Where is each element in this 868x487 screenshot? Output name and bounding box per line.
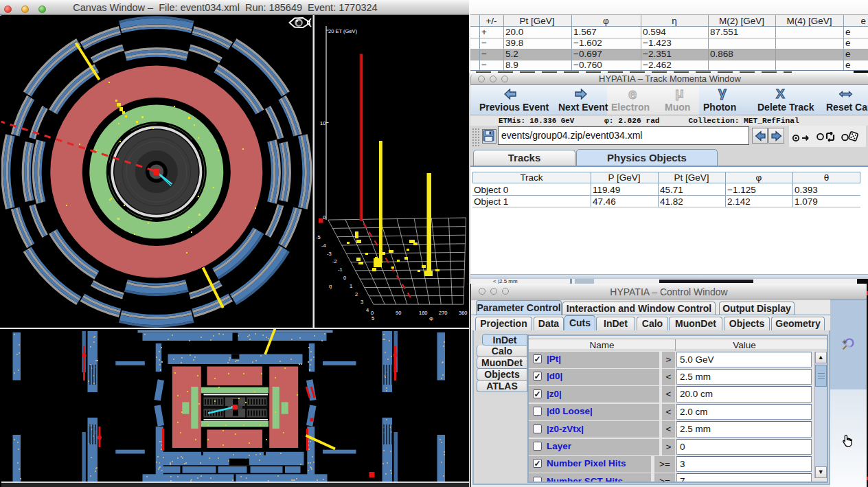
svg-text:270: 270	[439, 310, 448, 316]
svg-text:0: 0	[323, 214, 326, 220]
svg-text:5: 5	[372, 315, 374, 321]
svg-text:γ: γ	[718, 87, 727, 100]
svg-text:4: 4	[366, 307, 369, 313]
svg-text:-5: -5	[316, 234, 321, 240]
svg-text:-3: -3	[327, 251, 332, 257]
svg-text:0: 0	[371, 310, 374, 316]
svg-text:20 ET (GeV): 20 ET (GeV)	[328, 28, 357, 34]
svg-text:η: η	[329, 283, 332, 289]
svg-text:2: 2	[355, 291, 358, 297]
svg-text:μ: μ	[675, 87, 684, 100]
svg-text:90: 90	[396, 310, 401, 316]
svg-text:e: e	[628, 87, 637, 101]
svg-text:X: X	[776, 87, 785, 101]
svg-text:-1: -1	[338, 267, 343, 273]
svg-text:360: 360	[459, 310, 468, 316]
svg-text:Φ: Φ	[429, 316, 433, 322]
svg-text:0: 0	[343, 275, 346, 281]
svg-text:3: 3	[361, 299, 363, 305]
svg-text:180: 180	[419, 310, 428, 316]
svg-text:-2: -2	[332, 258, 337, 264]
svg-text:-4: -4	[321, 242, 326, 249]
svg-text:1: 1	[350, 283, 352, 289]
svg-text:10: 10	[320, 120, 326, 126]
